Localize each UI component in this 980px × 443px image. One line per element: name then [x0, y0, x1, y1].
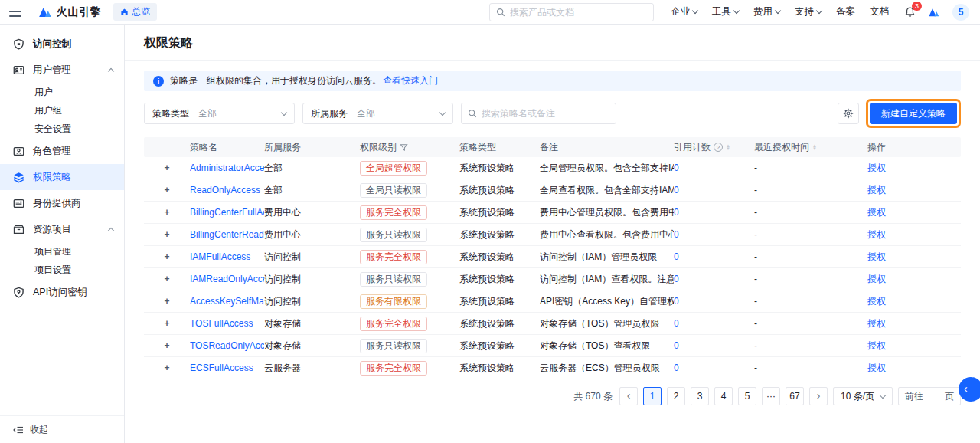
- sidebar-item-安全设置[interactable]: 安全设置: [0, 120, 124, 138]
- reference-count-link[interactable]: 0: [674, 296, 679, 307]
- authorize-link[interactable]: 授权: [867, 296, 886, 307]
- expand-row-icon[interactable]: +: [164, 229, 169, 240]
- reference-count-link[interactable]: 0: [674, 185, 679, 195]
- table-settings-button[interactable]: [838, 103, 859, 124]
- expand-row-icon[interactable]: +: [164, 251, 169, 262]
- policy-name-link[interactable]: TOSFullAccess: [190, 318, 253, 329]
- sidebar-item-访问控制[interactable]: 访问控制: [0, 31, 124, 57]
- quickstart-link[interactable]: 查看快速入门: [383, 74, 438, 87]
- expand-row-icon[interactable]: +: [164, 185, 169, 195]
- page-button-3[interactable]: 3: [691, 387, 709, 405]
- reference-count-link[interactable]: 0: [674, 363, 679, 373]
- reference-count-link[interactable]: 0: [674, 274, 679, 284]
- policy-type-select[interactable]: 策略类型 全部: [144, 103, 295, 124]
- topbar-menu-支持[interactable]: 支持: [795, 5, 822, 18]
- global-search-input[interactable]: [510, 7, 647, 18]
- authorize-link[interactable]: 授权: [867, 274, 886, 284]
- expand-row-icon[interactable]: +: [164, 274, 169, 284]
- page-button-1[interactable]: 1: [643, 387, 662, 405]
- policy-type-value: 全部: [198, 107, 282, 120]
- sidebar-item-用户管理[interactable]: 用户管理: [0, 57, 124, 83]
- create-policy-button[interactable]: 新建自定义策略: [870, 103, 957, 124]
- goto-page-input[interactable]: [923, 391, 945, 402]
- volcano-mini-icon[interactable]: [928, 7, 940, 18]
- page-button-2[interactable]: 2: [667, 387, 685, 405]
- policy-name-link[interactable]: AdministratorAccess: [190, 162, 264, 173]
- sidebar-item-角色管理[interactable]: 角色管理: [0, 138, 124, 164]
- page-button-5[interactable]: 5: [738, 387, 756, 405]
- reference-count-link[interactable]: 0: [674, 162, 679, 173]
- authorize-link[interactable]: 授权: [867, 318, 886, 329]
- topbar-menu-备案[interactable]: 备案: [836, 5, 855, 18]
- page-button-4[interactable]: 4: [714, 387, 733, 405]
- sidebar-collapse-button[interactable]: 收起: [0, 415, 124, 443]
- authorize-link[interactable]: 授权: [867, 251, 886, 262]
- expand-row-icon[interactable]: +: [164, 296, 169, 307]
- sidebar-item-权限策略[interactable]: 权限策略: [0, 164, 124, 190]
- authorize-link[interactable]: 授权: [867, 229, 886, 240]
- authorize-link[interactable]: 授权: [867, 340, 886, 351]
- sort-icon[interactable]: ▲▼: [812, 144, 817, 151]
- topbar-menu-label: 备案: [836, 5, 855, 18]
- drawer-expand-handle[interactable]: ‹: [959, 377, 980, 402]
- sort-icon[interactable]: ▲▼: [726, 144, 730, 151]
- authorize-link[interactable]: 授权: [867, 363, 886, 373]
- topbar-menu-文档[interactable]: 文档: [870, 5, 889, 18]
- col-header-service: 所属服务: [264, 141, 360, 154]
- topbar-menu-费用[interactable]: 费用: [753, 5, 780, 18]
- policy-search[interactable]: [461, 103, 616, 124]
- page-ellipsis[interactable]: ···: [762, 387, 780, 405]
- authorize-link[interactable]: 授权: [867, 162, 886, 173]
- help-icon[interactable]: ?: [714, 143, 723, 152]
- filter-funnel-icon[interactable]: [400, 143, 408, 152]
- policy-name-link[interactable]: ECSFullAccess: [190, 363, 253, 373]
- search-icon: [496, 8, 505, 17]
- reference-count-link[interactable]: 0: [674, 229, 679, 240]
- sidebar-item-资源项目[interactable]: 资源项目: [0, 216, 124, 242]
- service-cell: 全部: [264, 184, 360, 197]
- time-cell: -: [754, 207, 867, 218]
- expand-row-icon[interactable]: +: [164, 363, 169, 373]
- policy-name-link[interactable]: ReadOnlyAccess: [190, 185, 260, 195]
- expand-row-icon[interactable]: +: [164, 162, 169, 173]
- policy-name-link[interactable]: TOSReadOnlyAccess: [190, 340, 264, 351]
- brand-logo[interactable]: 火山引擎: [38, 5, 101, 19]
- sidebar-item-API访问密钥[interactable]: API访问密钥: [0, 279, 124, 305]
- policy-search-input[interactable]: [482, 108, 609, 119]
- topbar-menu-企业[interactable]: 企业: [671, 5, 697, 18]
- expand-row-icon[interactable]: +: [164, 318, 169, 329]
- expand-row-icon[interactable]: +: [164, 340, 169, 351]
- topbar-menu-label: 工具: [712, 5, 731, 18]
- policy-name-link[interactable]: IAMFullAccess: [190, 251, 250, 262]
- policy-name-link[interactable]: IAMReadOnlyAccess: [190, 274, 264, 284]
- sidebar-item-项目设置[interactable]: 项目设置: [0, 261, 124, 279]
- global-search[interactable]: [489, 3, 654, 21]
- notifications-button[interactable]: 3: [904, 6, 916, 18]
- policy-name-link[interactable]: AccessKeySelfManageAcc...: [190, 296, 264, 307]
- page-button-67[interactable]: 67: [786, 387, 804, 405]
- service-select[interactable]: 所属服务 全部: [302, 103, 453, 124]
- next-page-button[interactable]: ›: [809, 387, 828, 405]
- authorize-link[interactable]: 授权: [867, 207, 886, 218]
- hamburger-menu-icon[interactable]: [9, 8, 21, 17]
- reference-count-link[interactable]: 0: [674, 251, 679, 262]
- topbar-menu-工具[interactable]: 工具: [712, 5, 739, 18]
- prev-page-button[interactable]: ‹: [619, 387, 638, 405]
- action-cell: 授权: [867, 273, 961, 286]
- reference-count-link[interactable]: 0: [674, 318, 679, 329]
- action-cell: 授权: [867, 206, 961, 219]
- policy-name-link[interactable]: BillingCenterReadOnlyAcce...: [190, 229, 264, 240]
- sidebar-item-身份提供商[interactable]: 身份提供商: [0, 190, 124, 216]
- sidebar-item-用户组[interactable]: 用户组: [0, 101, 124, 120]
- user-avatar[interactable]: 5: [952, 4, 969, 21]
- reference-count-link[interactable]: 0: [674, 340, 679, 351]
- overview-tag[interactable]: 总览: [113, 3, 157, 21]
- sidebar-item-用户[interactable]: 用户: [0, 83, 124, 101]
- expand-row-icon[interactable]: +: [164, 207, 169, 218]
- page-size-select[interactable]: 10 条/页: [833, 387, 893, 405]
- reference-count-link[interactable]: 0: [674, 207, 679, 218]
- sidebar-item-项目管理[interactable]: 项目管理: [0, 242, 124, 261]
- policy-name-link[interactable]: BillingCenterFullAccess: [190, 207, 264, 218]
- collapse-label: 收起: [30, 423, 48, 436]
- authorize-link[interactable]: 授权: [867, 185, 886, 195]
